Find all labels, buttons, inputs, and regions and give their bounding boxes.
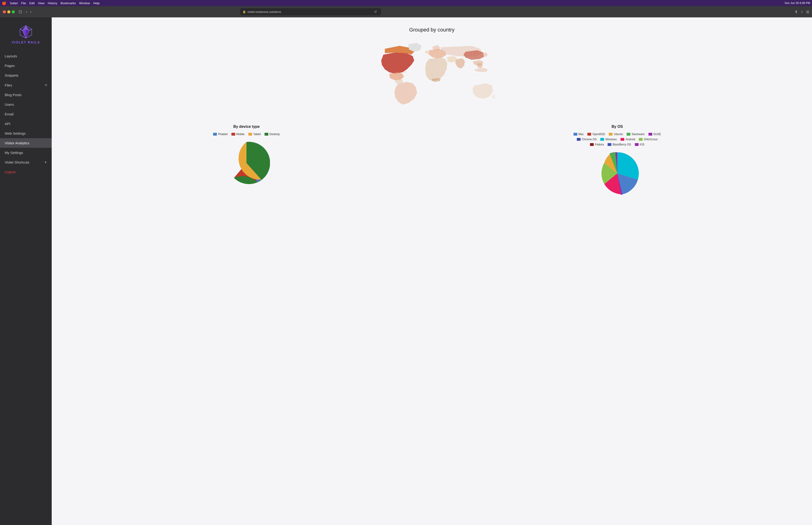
- world-map: [361, 40, 502, 110]
- svg-line-6: [20, 29, 22, 30]
- sidebar-item-layouts[interactable]: Layouts: [0, 51, 52, 61]
- logo-area: VIOLET RAILS: [0, 22, 52, 51]
- legend-label-android: Android: [626, 138, 635, 141]
- forward-button[interactable]: ›: [29, 9, 32, 15]
- browser-actions: ⬆ ＋ ⊞: [795, 10, 809, 14]
- new-tab-icon[interactable]: ＋: [800, 10, 804, 14]
- url-text: violet.restarone.solutions: [247, 10, 281, 14]
- legend-label-ios: iOS: [640, 143, 644, 146]
- menu-history[interactable]: History: [48, 1, 57, 5]
- legend-label-desktop: Desktop: [270, 133, 280, 136]
- sidebar-item-violet-shortcuts[interactable]: Violet Shortcuts ▼: [0, 158, 52, 167]
- menu-bookmarks[interactable]: Bookmarks: [61, 1, 76, 5]
- fullscreen-button[interactable]: [12, 10, 15, 13]
- chevron-down-icon: ▼: [44, 161, 47, 164]
- legend-label-openbsd: OpenBSD: [592, 133, 605, 136]
- menu-bar-left: 🍎 Safari File Edit View History Bookmark…: [2, 1, 99, 5]
- legend-color-suse: [648, 133, 652, 136]
- sidebar-item-my-settings[interactable]: My Settings: [0, 148, 52, 158]
- sidebar-item-logout[interactable]: Logout: [0, 167, 52, 177]
- sidebar-item-pages[interactable]: Pages: [0, 61, 52, 71]
- menu-bar: 🍎 Safari File Edit View History Bookmark…: [0, 0, 812, 6]
- legend-color-mobile: [231, 133, 235, 136]
- legend-color-fedora: [590, 143, 594, 146]
- sidebar-item-api[interactable]: API: [0, 119, 52, 129]
- legend-item-suse: SUSE: [648, 133, 661, 136]
- legend-label-mac: Mac: [579, 133, 584, 136]
- logo-title: VIOLET RAILS: [12, 41, 40, 44]
- legend-color-phablet: [213, 133, 217, 136]
- sidebar: VIOLET RAILS Layouts Pages Snippets File…: [0, 17, 52, 525]
- charts-row: By device type Phablet Mobile Tablet: [66, 124, 798, 198]
- sidebar-item-users[interactable]: Users: [0, 100, 52, 109]
- sidebar-item-visitor-analytics[interactable]: Visitor Analytics: [0, 138, 52, 148]
- sidebar-toggle-icon[interactable]: ⊡: [18, 9, 22, 14]
- legend-label-gnulinux: GNU/Linux: [644, 138, 658, 141]
- svg-line-7: [29, 29, 32, 30]
- legend-label-slackware: Slackware: [631, 133, 644, 136]
- os-legend: Mac OpenBSD Ubuntu Slackware: [570, 133, 664, 146]
- menu-help[interactable]: Help: [93, 1, 99, 5]
- sidebar-item-snippets[interactable]: Snippets: [0, 71, 52, 80]
- app-container: VIOLET RAILS Layouts Pages Snippets File…: [0, 17, 812, 525]
- legend-label-windows: Windows: [605, 138, 617, 141]
- os-pie-chart: [594, 150, 641, 198]
- legend-item-slackware: Slackware: [627, 133, 644, 136]
- legend-color-ubuntu: [609, 133, 613, 136]
- legend-item-android: Android: [621, 138, 635, 141]
- menu-view[interactable]: View: [38, 1, 44, 5]
- legend-color-gnulinux: [639, 138, 643, 141]
- device-chart-title: By device type: [233, 124, 260, 129]
- map-section: [66, 40, 798, 110]
- reload-icon[interactable]: ↺: [372, 10, 379, 14]
- legend-item-windows: Windows: [600, 138, 617, 141]
- world-map-svg: [361, 40, 502, 110]
- sidebar-item-files[interactable]: Files ≡: [0, 80, 52, 90]
- main-content: Grouped by country: [52, 17, 812, 525]
- legend-color-blackberry: [608, 143, 611, 146]
- menu-edit[interactable]: Edit: [29, 1, 34, 5]
- sidebar-item-email[interactable]: Email: [0, 109, 52, 119]
- map-title: Grouped by country: [66, 27, 798, 33]
- traffic-lights: [3, 10, 15, 13]
- legend-label-chromeos: Chrome OS: [582, 138, 597, 141]
- lock-icon: 🔒: [243, 10, 246, 13]
- minimize-button[interactable]: [7, 10, 10, 13]
- sidebar-item-blog-posts[interactable]: Blog Posts: [0, 90, 52, 100]
- nav-arrows: ‹ ›: [25, 9, 32, 15]
- legend-label-phablet: Phablet: [218, 133, 228, 136]
- menu-bar-right: Sun Jun 26 6:08 PM: [784, 1, 810, 5]
- legend-item-blackberry: BlackBerry OS: [608, 143, 631, 146]
- device-pie-chart: [223, 139, 270, 188]
- sidebar-item-web-settings[interactable]: Web Settings: [0, 129, 52, 138]
- legend-color-desktop: [264, 133, 268, 136]
- apple-icon[interactable]: 🍎: [2, 1, 6, 5]
- logo-icon: [19, 25, 33, 39]
- menu-time: Sun Jun 26 6:08 PM: [784, 1, 810, 5]
- legend-color-ios: [635, 143, 639, 146]
- legend-item-desktop: Desktop: [264, 133, 280, 136]
- os-chart-section: By OS Mac OpenBSD Ubuntu: [436, 124, 798, 198]
- url-bar[interactable]: 🔒 violet.restarone.solutions ↺: [240, 8, 381, 15]
- legend-color-openbsd: [587, 133, 591, 136]
- device-legend: Phablet Mobile Tablet Desktop: [213, 133, 280, 136]
- menu-window[interactable]: Window: [79, 1, 90, 5]
- device-chart-section: By device type Phablet Mobile Tablet: [66, 124, 427, 188]
- legend-color-chromeos: [577, 138, 581, 141]
- legend-item-ios: iOS: [635, 143, 644, 146]
- grid-icon[interactable]: ⊞: [806, 10, 809, 14]
- legend-item-mobile: Mobile: [231, 133, 245, 136]
- legend-item-fedora: Fedora: [590, 143, 604, 146]
- back-button[interactable]: ‹: [25, 9, 28, 15]
- legend-item-ubuntu: Ubuntu: [609, 133, 623, 136]
- legend-label-fedora: Fedora: [595, 143, 604, 146]
- legend-item-openbsd: OpenBSD: [587, 133, 605, 136]
- legend-item-chromeos: Chrome OS: [577, 138, 597, 141]
- share-icon[interactable]: ⬆: [795, 10, 798, 14]
- menu-safari[interactable]: Safari: [10, 1, 18, 5]
- os-chart-title: By OS: [612, 124, 623, 129]
- legend-item-phablet: Phablet: [213, 133, 228, 136]
- legend-color-android: [621, 138, 624, 141]
- menu-file[interactable]: File: [21, 1, 26, 5]
- close-button[interactable]: [3, 10, 6, 13]
